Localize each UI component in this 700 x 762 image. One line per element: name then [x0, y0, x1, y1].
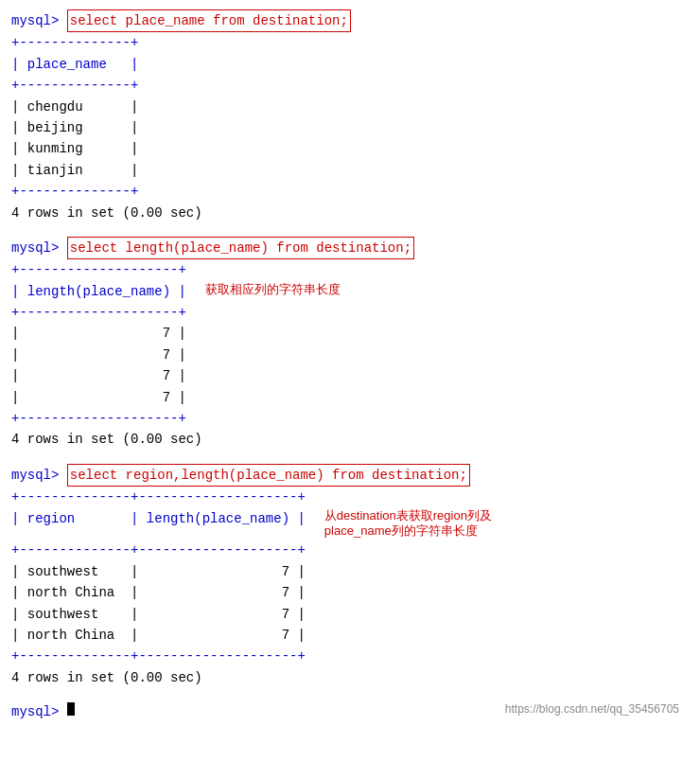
prompt3: mysql>	[11, 465, 67, 486]
block1-command-line: mysql> select place_name from destinatio…	[11, 9, 689, 32]
block3-annotation: 从destination表获取region列及place_name列的字符串长度	[324, 508, 514, 540]
block2-row4: | 7 |	[11, 387, 689, 408]
block1-command: select place_name from destination;	[67, 9, 351, 32]
block1-border-top: +--------------+	[11, 32, 689, 53]
block1: mysql> select place_name from destinatio…	[11, 9, 689, 223]
block3-result: 4 rows in set (0.00 sec)	[11, 667, 689, 688]
block3: mysql> select region,length(place_name) …	[11, 464, 689, 688]
block1-row1: | chengdu |	[11, 97, 689, 117]
block3-row3: | southwest | 7 |	[11, 604, 689, 625]
block2-border-mid: +--------------------+	[11, 302, 689, 323]
terminal: mysql> select place_name from destinatio…	[11, 9, 689, 723]
block3-header: | region | length(place_name) |	[11, 508, 306, 529]
block2-annotation: 获取相应列的字符串长度	[205, 281, 341, 298]
block3-command: select region,length(place_name) from de…	[67, 464, 470, 487]
block2-command: select length(place_name) from destinati…	[67, 237, 414, 259]
block3-border-top: +--------------+--------------------+	[11, 487, 689, 507]
block2-border-bot: +--------------------+	[11, 408, 689, 429]
block3-border-bot: +--------------+--------------------+	[11, 646, 689, 666]
cursor	[67, 702, 75, 716]
block3-border-mid: +--------------+--------------------+	[11, 540, 689, 560]
block2-command-line: mysql> select length(place_name) from de…	[11, 237, 689, 259]
block1-header: | place_name |	[11, 54, 689, 75]
block3-row4: | north China | 7 |	[11, 625, 689, 646]
block2-border-top: +--------------------+	[11, 259, 689, 280]
prompt1: mysql>	[11, 10, 67, 31]
block3-header-row: | region | length(place_name) | 从destina…	[11, 508, 689, 540]
block1-row3: | kunming |	[11, 138, 689, 159]
block3-row1: | southwest | 7 |	[11, 561, 689, 582]
final-prompt: mysql>	[11, 701, 67, 722]
block1-row2: | beijing |	[11, 117, 689, 138]
block2: mysql> select length(place_name) from de…	[11, 237, 689, 451]
block3-row2: | north China | 7 |	[11, 582, 689, 603]
block2-header-row: | length(place_name) | 获取相应列的字符串长度	[11, 281, 689, 302]
block1-result: 4 rows in set (0.00 sec)	[11, 203, 689, 223]
watermark: https://blog.csdn.net/qq_35456705	[505, 702, 679, 716]
block2-row1: | 7 |	[11, 323, 689, 344]
block1-border-mid: +--------------+	[11, 75, 689, 96]
block1-row4: | tianjin |	[11, 160, 689, 181]
block3-command-line: mysql> select region,length(place_name) …	[11, 464, 689, 487]
block2-row2: | 7 |	[11, 345, 689, 365]
prompt2: mysql>	[11, 238, 67, 258]
block2-header: | length(place_name) |	[11, 281, 186, 302]
block2-row3: | 7 |	[11, 365, 689, 386]
block1-border-bot: +--------------+	[11, 181, 689, 202]
block2-result: 4 rows in set (0.00 sec)	[11, 429, 689, 450]
